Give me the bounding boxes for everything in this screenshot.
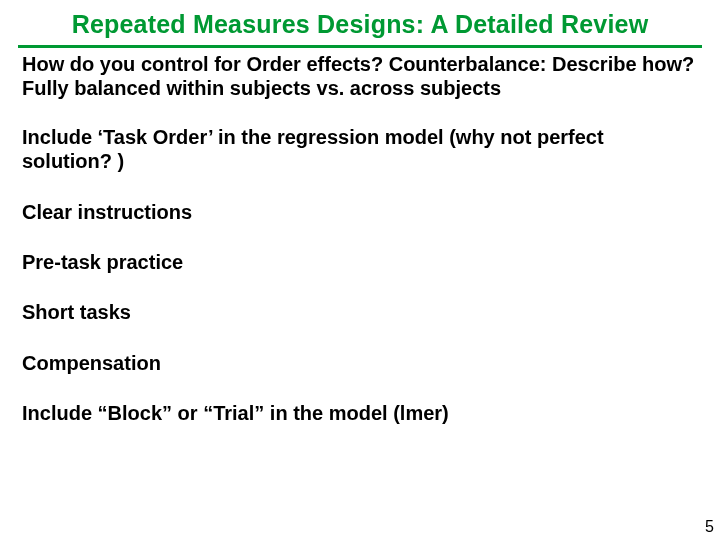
slide: Repeated Measures Designs: A Detailed Re… xyxy=(0,0,720,540)
bullet-clear-instructions: Clear instructions xyxy=(22,200,698,224)
bullet-task-order: Include ‘Task Order’ in the regression m… xyxy=(22,125,698,174)
bullet-block-trial: Include “Block” or “Trial” in the model … xyxy=(22,401,698,425)
bullet-short-tasks: Short tasks xyxy=(22,300,698,324)
page-number: 5 xyxy=(705,518,714,536)
bullet-pre-task-practice: Pre-task practice xyxy=(22,250,698,274)
bullet-compensation: Compensation xyxy=(22,351,698,375)
page-title: Repeated Measures Designs: A Detailed Re… xyxy=(0,0,720,45)
slide-body: How do you control for Order effects? Co… xyxy=(0,50,720,426)
title-divider xyxy=(18,45,702,48)
bullet-order-effects: How do you control for Order effects? Co… xyxy=(22,52,698,101)
